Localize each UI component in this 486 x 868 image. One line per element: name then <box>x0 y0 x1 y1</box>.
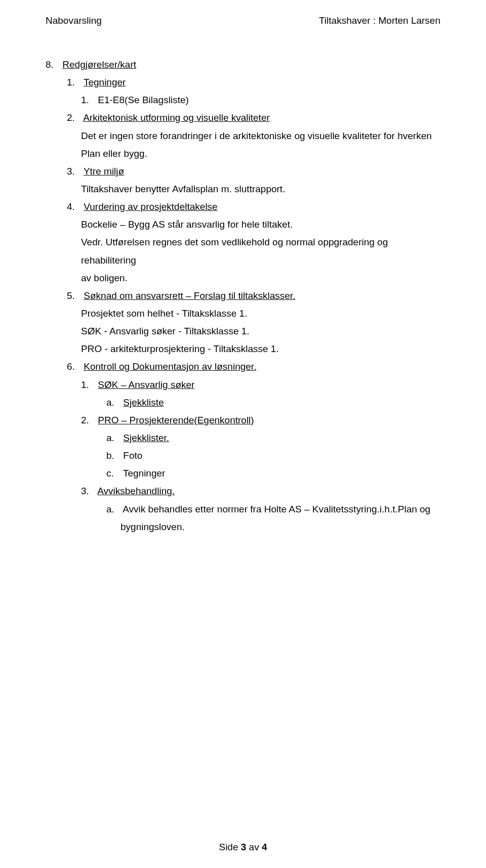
item-8-2-line1: Det er ingen store forandringer i de ark… <box>67 127 440 145</box>
item-8-6-3-a-line2: bygningsloven. <box>106 518 440 536</box>
footer-page: 3 <box>241 842 247 852</box>
page-header: Nabovarsling Tiltakshaver : Morten Larse… <box>46 15 440 26</box>
item-8-1-1: E1-E8(Se Bilagsliste) <box>81 91 440 109</box>
page: Nabovarsling Tiltakshaver : Morten Larse… <box>0 0 486 868</box>
item-8-4: Vurdering av prosjektdeltakelse Bockelie… <box>67 198 440 287</box>
item-8-6-2-a-text: Sjekklister. <box>123 432 169 443</box>
page-footer: Side 3 av 4 <box>46 832 440 853</box>
item-8-6-2-title: PRO – Prosjekterende(Egenkontroll) <box>98 415 254 425</box>
item-8-2-line2: Plan eller bygg. <box>67 145 440 162</box>
footer-prefix: Side <box>219 842 240 852</box>
item-8-6-2-c-text: Tegninger <box>123 468 165 479</box>
item-8-5-line3: PRO - arkitekturprosjektering - Tiltaksk… <box>67 340 440 358</box>
item-8-6-1: SØK – Ansvarlig søker Sjekkliste <box>81 376 440 411</box>
item-8-6-2-b-text: Foto <box>123 450 142 461</box>
item-8-6-2-a: Sjekklister. <box>106 429 440 447</box>
footer-middle: av <box>246 842 262 852</box>
item-8-5-line1: Prosjektet som helhet - Tiltaksklasse 1. <box>67 305 440 322</box>
item-8-2: Arkitektonisk utforming og visuelle kval… <box>67 109 440 162</box>
item-8-5: Søknad om ansvarsrett – Forslag til tilt… <box>67 287 440 358</box>
footer-total: 4 <box>262 842 267 852</box>
header-right: Tiltakshaver : Morten Larsen <box>319 15 440 26</box>
item-8-4-title: Vurdering av prosjektdeltakelse <box>84 201 217 212</box>
item-8-6-3-title: Avviksbehandling. <box>97 486 175 496</box>
item-8-6: Kontroll og Dokumentasjon av løsninger. … <box>67 358 440 535</box>
item-8-6-3-a: Avvik behandles etter normer fra Holte A… <box>106 500 440 536</box>
item-8-6-1-a: Sjekkliste <box>106 394 440 411</box>
item-8-4-line3: av boligen. <box>67 269 440 287</box>
item-8-6-1-title: SØK – Ansvarlig søker <box>98 379 194 390</box>
section-8-title: Redgjørelser/kart <box>62 59 136 70</box>
item-8-4-line2: Vedr. Utførelsen regnes det som vedlikeh… <box>67 233 440 269</box>
item-8-6-2-c: Tegninger <box>106 464 440 482</box>
item-8-6-title: Kontroll og Dokumentasjon av løsninger. <box>84 361 256 372</box>
item-8-3: Ytre miljø Tiltakshaver benytter Avfalls… <box>67 162 440 198</box>
item-8-2-title: Arkitektonisk utforming og visuelle kval… <box>83 112 270 123</box>
item-8-5-title: Søknad om ansvarsrett – Forslag til tilt… <box>84 290 295 301</box>
item-8-1-1-text: E1-E8(Se Bilagsliste) <box>98 95 189 105</box>
item-8-6-2-b: Foto <box>106 447 440 464</box>
document-body: Redgjørelser/kart Tegninger E1-E8(Se Bil… <box>46 56 440 536</box>
header-left: Nabovarsling <box>46 15 102 26</box>
item-8-1-title: Tegninger <box>84 77 126 88</box>
section-8: Redgjørelser/kart Tegninger E1-E8(Se Bil… <box>46 56 440 536</box>
item-8-6-3: Avviksbehandling. Avvik behandles etter … <box>81 482 440 535</box>
item-8-6-3-a-line1: Avvik behandles etter normer fra Holte A… <box>123 504 430 514</box>
item-8-6-2: PRO – Prosjekterende(Egenkontroll) Sjekk… <box>81 411 440 483</box>
item-8-1: Tegninger E1-E8(Se Bilagsliste) <box>67 73 440 109</box>
item-8-5-line2: SØK - Ansvarlig søker - Tiltaksklasse 1. <box>67 322 440 340</box>
item-8-4-line1: Bockelie – Bygg AS står ansvarlig for he… <box>67 215 440 233</box>
item-8-3-title: Ytre miljø <box>84 166 124 177</box>
item-8-3-line1: Tiltakshaver benytter Avfallsplan m. slu… <box>67 180 440 198</box>
item-8-6-1-a-text: Sjekkliste <box>123 397 164 408</box>
